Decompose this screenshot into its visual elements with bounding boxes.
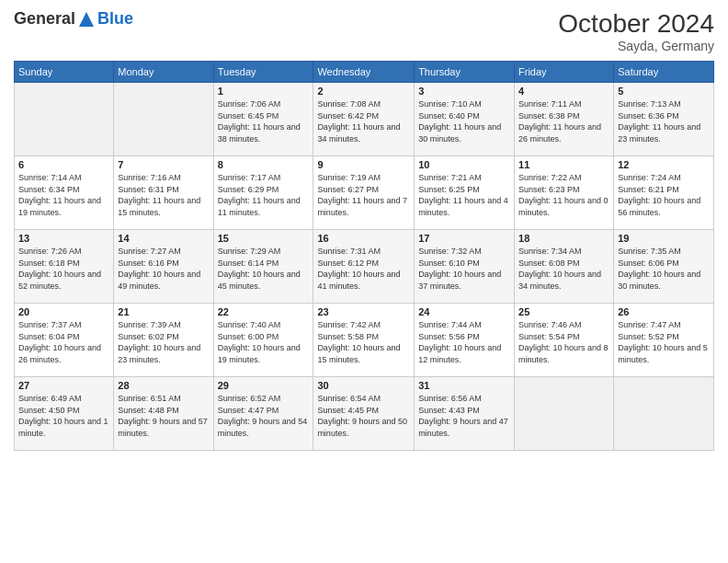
table-row: 1Sunrise: 7:06 AMSunset: 6:45 PMDaylight… — [213, 83, 313, 156]
table-row: 6Sunrise: 7:14 AMSunset: 6:34 PMDaylight… — [15, 156, 114, 230]
logo-general-text: General — [14, 9, 75, 29]
day-of-week-sunday: Sunday — [15, 62, 114, 83]
day-of-week-monday: Monday — [114, 62, 213, 83]
day-number: 25 — [518, 306, 609, 317]
day-of-week-friday: Friday — [515, 62, 614, 83]
day-number: 9 — [317, 159, 410, 170]
day-number: 21 — [118, 306, 209, 317]
day-info: Sunrise: 7:27 AMSunset: 6:16 PMDaylight:… — [118, 246, 209, 292]
day-info: Sunrise: 7:24 AMSunset: 6:21 PMDaylight:… — [618, 172, 710, 218]
day-info: Sunrise: 6:54 AMSunset: 4:45 PMDaylight:… — [317, 393, 410, 439]
page: General Blue October 2024 Sayda, Germany… — [0, 0, 728, 563]
day-info: Sunrise: 7:47 AMSunset: 5:52 PMDaylight:… — [618, 319, 710, 365]
table-row: 24Sunrise: 7:44 AMSunset: 5:56 PMDayligh… — [415, 304, 515, 377]
day-info: Sunrise: 7:26 AMSunset: 6:18 PMDaylight:… — [18, 246, 109, 292]
day-number: 17 — [418, 233, 510, 244]
day-of-week-tuesday: Tuesday — [213, 62, 313, 83]
location-heading: Sayda, Germany — [558, 39, 714, 53]
day-info: Sunrise: 6:51 AMSunset: 4:48 PMDaylight:… — [118, 393, 209, 439]
day-number: 7 — [118, 159, 209, 170]
table-row — [515, 377, 614, 451]
day-number: 11 — [518, 159, 609, 170]
day-info: Sunrise: 7:42 AMSunset: 5:58 PMDaylight:… — [317, 319, 410, 365]
day-info: Sunrise: 7:35 AMSunset: 6:06 PMDaylight:… — [618, 246, 710, 292]
day-number: 2 — [317, 86, 410, 97]
day-number: 26 — [618, 306, 710, 317]
day-number: 5 — [618, 86, 710, 97]
table-row: 26Sunrise: 7:47 AMSunset: 5:52 PMDayligh… — [614, 304, 714, 377]
day-info: Sunrise: 6:56 AMSunset: 4:43 PMDaylight:… — [418, 393, 510, 439]
day-info: Sunrise: 7:37 AMSunset: 6:04 PMDaylight:… — [18, 319, 109, 365]
day-info: Sunrise: 6:49 AMSunset: 4:50 PMDaylight:… — [18, 393, 109, 439]
month-title: October 2024 Sayda, Germany — [558, 9, 714, 53]
day-number: 24 — [418, 306, 510, 317]
day-of-week-thursday: Thursday — [415, 62, 515, 83]
table-row — [114, 83, 213, 156]
table-row: 30Sunrise: 6:54 AMSunset: 4:45 PMDayligh… — [313, 377, 415, 451]
week-row-0: 1Sunrise: 7:06 AMSunset: 6:45 PMDaylight… — [15, 83, 714, 156]
table-row: 14Sunrise: 7:27 AMSunset: 6:16 PMDayligh… — [114, 230, 213, 304]
table-row: 23Sunrise: 7:42 AMSunset: 5:58 PMDayligh… — [313, 304, 415, 377]
table-row: 13Sunrise: 7:26 AMSunset: 6:18 PMDayligh… — [15, 230, 114, 304]
week-row-3: 20Sunrise: 7:37 AMSunset: 6:04 PMDayligh… — [15, 304, 714, 377]
day-of-week-saturday: Saturday — [614, 62, 714, 83]
table-row: 12Sunrise: 7:24 AMSunset: 6:21 PMDayligh… — [614, 156, 714, 230]
day-number: 6 — [18, 159, 109, 170]
day-number: 18 — [518, 233, 609, 244]
day-info: Sunrise: 7:32 AMSunset: 6:10 PMDaylight:… — [418, 246, 510, 292]
day-info: Sunrise: 7:39 AMSunset: 6:02 PMDaylight:… — [118, 319, 209, 365]
week-row-1: 6Sunrise: 7:14 AMSunset: 6:34 PMDaylight… — [15, 156, 714, 230]
svg-marker-0 — [79, 12, 94, 27]
day-info: Sunrise: 7:40 AMSunset: 6:00 PMDaylight:… — [218, 319, 310, 365]
day-number: 4 — [518, 86, 609, 97]
day-info: Sunrise: 7:10 AMSunset: 6:40 PMDaylight:… — [418, 98, 510, 144]
table-row: 31Sunrise: 6:56 AMSunset: 4:43 PMDayligh… — [415, 377, 515, 451]
header: General Blue October 2024 Sayda, Germany — [14, 9, 714, 53]
day-info: Sunrise: 7:14 AMSunset: 6:34 PMDaylight:… — [18, 172, 109, 218]
day-info: Sunrise: 7:16 AMSunset: 6:31 PMDaylight:… — [118, 172, 209, 218]
calendar-body: 1Sunrise: 7:06 AMSunset: 6:45 PMDaylight… — [15, 83, 714, 451]
days-of-week-row: SundayMondayTuesdayWednesdayThursdayFrid… — [15, 62, 714, 83]
day-number: 8 — [218, 159, 310, 170]
table-row: 20Sunrise: 7:37 AMSunset: 6:04 PMDayligh… — [15, 304, 114, 377]
calendar-header: SundayMondayTuesdayWednesdayThursdayFrid… — [15, 62, 714, 83]
day-of-week-wednesday: Wednesday — [313, 62, 415, 83]
table-row: 11Sunrise: 7:22 AMSunset: 6:23 PMDayligh… — [515, 156, 614, 230]
day-info: Sunrise: 7:34 AMSunset: 6:08 PMDaylight:… — [518, 246, 609, 292]
day-info: Sunrise: 7:44 AMSunset: 5:56 PMDaylight:… — [418, 319, 510, 365]
logo: General Blue — [14, 9, 133, 29]
table-row: 16Sunrise: 7:31 AMSunset: 6:12 PMDayligh… — [313, 230, 415, 304]
logo-icon — [77, 10, 96, 29]
day-number: 23 — [317, 306, 410, 317]
day-info: Sunrise: 7:17 AMSunset: 6:29 PMDaylight:… — [218, 172, 310, 218]
calendar-table: SundayMondayTuesdayWednesdayThursdayFrid… — [14, 61, 714, 451]
table-row — [15, 83, 114, 156]
table-row: 8Sunrise: 7:17 AMSunset: 6:29 PMDaylight… — [213, 156, 313, 230]
table-row: 21Sunrise: 7:39 AMSunset: 6:02 PMDayligh… — [114, 304, 213, 377]
table-row: 28Sunrise: 6:51 AMSunset: 4:48 PMDayligh… — [114, 377, 213, 451]
day-number: 28 — [118, 380, 209, 391]
month-year-heading: October 2024 — [558, 9, 714, 39]
day-number: 14 — [118, 233, 209, 244]
day-number: 27 — [18, 380, 109, 391]
day-info: Sunrise: 7:11 AMSunset: 6:38 PMDaylight:… — [518, 98, 609, 144]
day-number: 1 — [218, 86, 310, 97]
day-info: Sunrise: 6:52 AMSunset: 4:47 PMDaylight:… — [218, 393, 310, 439]
table-row: 17Sunrise: 7:32 AMSunset: 6:10 PMDayligh… — [415, 230, 515, 304]
table-row: 7Sunrise: 7:16 AMSunset: 6:31 PMDaylight… — [114, 156, 213, 230]
day-number: 22 — [218, 306, 310, 317]
day-number: 29 — [218, 380, 310, 391]
day-number: 30 — [317, 380, 410, 391]
day-info: Sunrise: 7:19 AMSunset: 6:27 PMDaylight:… — [317, 172, 410, 218]
day-info: Sunrise: 7:06 AMSunset: 6:45 PMDaylight:… — [218, 98, 310, 144]
table-row: 3Sunrise: 7:10 AMSunset: 6:40 PMDaylight… — [415, 83, 515, 156]
table-row: 5Sunrise: 7:13 AMSunset: 6:36 PMDaylight… — [614, 83, 714, 156]
day-number: 13 — [18, 233, 109, 244]
table-row: 29Sunrise: 6:52 AMSunset: 4:47 PMDayligh… — [213, 377, 313, 451]
day-number: 15 — [218, 233, 310, 244]
day-info: Sunrise: 7:21 AMSunset: 6:25 PMDaylight:… — [418, 172, 510, 218]
day-info: Sunrise: 7:31 AMSunset: 6:12 PMDaylight:… — [317, 246, 410, 292]
table-row — [614, 377, 714, 451]
day-number: 3 — [418, 86, 510, 97]
day-info: Sunrise: 7:46 AMSunset: 5:54 PMDaylight:… — [518, 319, 609, 365]
